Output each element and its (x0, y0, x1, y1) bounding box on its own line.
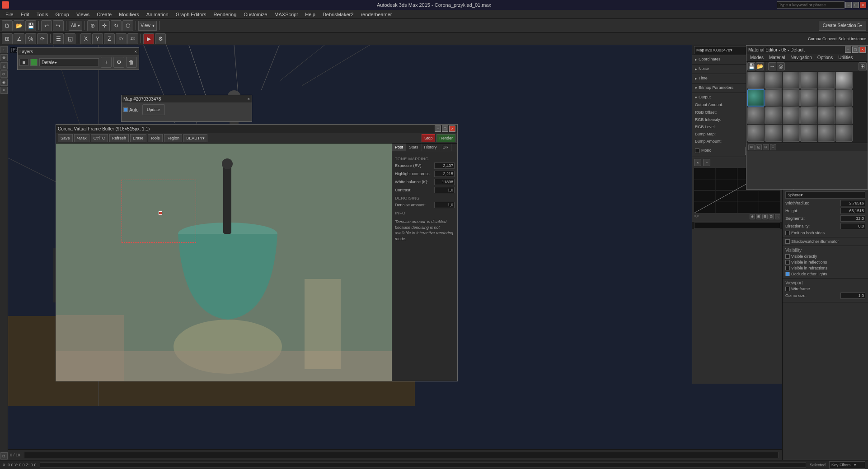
mat-sphere-20[interactable] (765, 125, 782, 142)
mat-sphere-16[interactable] (800, 107, 817, 124)
menu-graph-editors[interactable]: Graph Editors (172, 11, 210, 18)
vfb-render-btn[interactable]: Render (436, 134, 455, 142)
menu-views[interactable]: Views (73, 11, 93, 18)
mono-checkbox[interactable] (695, 149, 699, 153)
minimize-button[interactable]: − (845, 2, 852, 8)
mat-sphere-23[interactable] (818, 125, 835, 142)
menu-file[interactable]: File (2, 11, 17, 18)
mat-sphere-5[interactable] (818, 72, 835, 89)
contrast-value[interactable]: 1,0 (434, 187, 455, 193)
search-input[interactable] (777, 1, 845, 9)
tb-scale[interactable]: ⬡ (122, 20, 133, 31)
vfb-save-btn[interactable]: Save (58, 134, 73, 142)
mat-tb2-2[interactable]: ◱ (755, 144, 762, 150)
mat-sphere-4[interactable] (800, 72, 817, 89)
exposure-value[interactable]: 2,407 (434, 163, 455, 169)
layers-delete[interactable]: 🗑 (126, 57, 137, 68)
vfb-erase-btn[interactable]: Erase (130, 134, 146, 142)
vfb-render-area[interactable] (56, 144, 392, 381)
tb2-xy[interactable]: XY (116, 33, 127, 44)
curve-tool1[interactable]: ⊕ (750, 214, 755, 219)
mat-menu-navigation[interactable]: Navigation (788, 55, 815, 60)
vfb-tab-history[interactable]: History (422, 144, 440, 151)
tb-redo[interactable]: ↪ (53, 20, 64, 31)
mat-sphere-15[interactable] (783, 107, 800, 124)
select-all-dropdown[interactable]: All▾ (69, 21, 82, 31)
vfb-stop-btn[interactable]: Stop (422, 134, 436, 142)
tb2-z[interactable]: Z (104, 33, 115, 44)
mat-sphere-21[interactable] (783, 125, 800, 142)
menu-modifiers[interactable]: Modifiers (115, 11, 143, 18)
curve-value-input[interactable] (694, 223, 780, 229)
mat-sphere-24[interactable] (835, 125, 853, 142)
view-dropdown[interactable]: View▾ (138, 21, 157, 31)
vfb-maximize[interactable]: □ (442, 125, 448, 132)
global-timeline[interactable] (40, 462, 806, 468)
sidebar-bottom1[interactable]: ⊡ (0, 452, 8, 460)
wb-value[interactable]: 11898 (434, 179, 455, 185)
mat-tb2-3[interactable]: ⊡ (763, 144, 769, 150)
layers-settings[interactable]: ⚙ (113, 57, 124, 68)
tb-new[interactable]: 🗋 (2, 20, 13, 31)
visible-refractions-checkbox[interactable] (785, 266, 790, 270)
tb2-named[interactable]: ☰ (53, 33, 64, 44)
mat-sphere-9[interactable] (783, 89, 800, 107)
keyfilter-dropdown[interactable]: Key Filters...▾ (829, 461, 865, 469)
sidebar-hierarchy[interactable]: △ (0, 62, 8, 70)
mat-tb2-4[interactable]: ≣ (770, 144, 776, 150)
layers-close[interactable]: × (134, 49, 137, 54)
tb2-percent[interactable]: % (25, 33, 36, 44)
vfb-close[interactable]: × (449, 125, 455, 132)
vfb-ctrlc-btn[interactable]: Ctrl+C (91, 134, 108, 142)
tb2-angle[interactable]: ∠ (14, 33, 24, 44)
mat-menu-options[interactable]: Options (815, 55, 835, 60)
maximize-button[interactable]: □ (853, 2, 859, 8)
mat-tb2-1[interactable]: ⊞ (748, 144, 755, 150)
tb-undo[interactable]: ↩ (41, 20, 52, 31)
create-selection-button[interactable]: Create Selection 5▾ (819, 21, 866, 31)
mat-sphere-6[interactable] (835, 72, 853, 89)
tb2-y[interactable]: Y (92, 33, 103, 44)
menu-customize[interactable]: Customize (240, 11, 271, 18)
mat-tb-select[interactable]: ◎ (777, 62, 785, 70)
auto-checkbox[interactable] (123, 107, 128, 112)
tb2-zx[interactable]: ZX (127, 33, 138, 44)
menu-help[interactable]: Help (301, 11, 319, 18)
sidebar-motion[interactable]: ⟳ (0, 70, 8, 78)
menu-tools[interactable]: Tools (33, 11, 52, 18)
curve-tool[interactable]: ~ (703, 159, 710, 166)
tb2-render-settings[interactable]: ⚙ (155, 33, 166, 44)
mat-tb-open[interactable]: 📂 (756, 62, 764, 70)
height-input[interactable] (840, 208, 865, 214)
occlude-lights-checkbox[interactable] (785, 272, 790, 276)
curve-tool3[interactable]: ⊟ (762, 214, 768, 219)
shadowcatcher-checkbox[interactable] (785, 239, 790, 244)
menu-debrismaker2[interactable]: DebrisMaker2 (319, 11, 357, 18)
curve-tool2[interactable]: ⊞ (756, 214, 761, 219)
menu-group[interactable]: Group (52, 11, 73, 18)
tb2-snap[interactable]: ⊞ (2, 33, 13, 44)
update-button[interactable]: Update (142, 104, 165, 115)
sidebar-create[interactable]: + (0, 46, 8, 53)
sidebar-modify[interactable]: ⚒ (0, 54, 8, 61)
mat-tb-assign[interactable]: → (768, 62, 776, 70)
highlight-value[interactable]: 2,215 (434, 171, 455, 177)
mat-sphere-3[interactable] (783, 72, 800, 89)
vfb-tab-stats[interactable]: Stats (406, 144, 422, 151)
mat-sphere-2[interactable] (765, 72, 782, 89)
mat-close[interactable]: × (859, 46, 866, 53)
sidebar-display[interactable]: ◉ (0, 79, 8, 86)
layers-dropdown[interactable]: Detale▾ (39, 58, 99, 66)
close-button[interactable]: × (860, 2, 866, 8)
visible-reflections-checkbox[interactable] (785, 260, 790, 265)
mat-sphere-1[interactable] (747, 72, 765, 89)
vfb-region-btn[interactable]: Region (164, 134, 183, 142)
mat-tb-grid[interactable]: ⊞ (859, 62, 867, 70)
vfb-tools-btn[interactable]: Tools (148, 134, 163, 142)
tb-rotate[interactable]: ↻ (111, 20, 122, 31)
wireframe-checkbox[interactable] (785, 287, 790, 291)
mat-minimize[interactable]: − (845, 46, 851, 53)
vfb-tab-dr[interactable]: DR (440, 144, 452, 151)
directionality-input[interactable] (840, 223, 865, 229)
vfb-tab-post[interactable]: Post (392, 144, 406, 151)
